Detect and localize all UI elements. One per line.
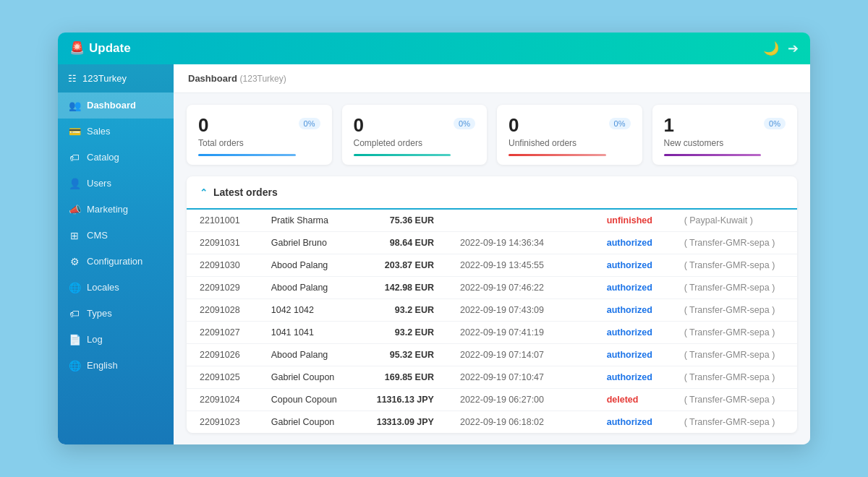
darkmode-icon[interactable]: 🌙 (763, 40, 779, 56)
sidebar-label-dashboard: Dashboard (87, 100, 136, 111)
order-amount: 203.87 EUR (357, 254, 447, 277)
sidebar: ☷ 123Turkey 👥Dashboard💳Sales🏷Catalog👤Use… (58, 64, 174, 445)
app-body: ☷ 123Turkey 👥Dashboard💳Sales🏷Catalog👤Use… (58, 64, 810, 445)
table-row[interactable]: 22091027 1041 1041 93.2 EUR 2022-09-19 0… (187, 322, 797, 344)
breadcrumb: Dashboard (123Turkey) (174, 64, 810, 93)
order-payment: ( Transfer-GMR-sepa ) (671, 366, 797, 389)
order-status: deleted (594, 389, 671, 411)
order-date: 2022-09-19 13:45:55 (447, 254, 566, 277)
sales-icon: 💳 (68, 126, 81, 137)
order-id: 22091031 (187, 232, 258, 254)
order-status: unfinished (594, 210, 671, 232)
sidebar-label-users: Users (87, 178, 111, 189)
order-payment: ( Transfer-GMR-sepa ) (671, 277, 797, 299)
order-id: 22091024 (187, 389, 258, 411)
english-icon: 🌐 (68, 360, 81, 371)
stat-value-total-orders: 0 (198, 115, 208, 136)
table-row[interactable]: 22091031 Gabriel Bruno 98.64 EUR 2022-09… (187, 232, 797, 254)
order-amount: 75.36 EUR (357, 210, 447, 232)
sidebar-label-catalog: Catalog (87, 152, 119, 163)
sidebar-item-dashboard[interactable]: 👥Dashboard (58, 93, 174, 119)
order-date: 2022-09-19 07:10:47 (447, 366, 566, 389)
orders-title: Latest orders (213, 186, 278, 198)
log-icon: 📄 (68, 334, 81, 345)
table-row[interactable]: 22091029 Abood Palang 142.98 EUR 2022-09… (187, 277, 797, 299)
stat-top: 0 0% (354, 115, 476, 136)
brand-icon: 🚨 (69, 40, 85, 56)
stat-top: 0 0% (198, 115, 320, 136)
sidebar-item-users[interactable]: 👤Users (58, 171, 174, 197)
order-date: 2022-09-19 06:18:02 (447, 411, 566, 434)
sidebar-item-english[interactable]: 🌐English (58, 353, 174, 379)
order-id: 22091029 (187, 277, 258, 299)
sidebar-nav: 👥Dashboard💳Sales🏷Catalog👤Users📣Marketing… (58, 93, 174, 379)
order-payment: ( Transfer-GMR-sepa ) (671, 254, 797, 277)
customer-name: Copoun Copoun (258, 389, 357, 411)
sidebar-label-log: Log (87, 334, 103, 345)
order-spacer (566, 299, 594, 322)
order-payment: ( Transfer-GMR-sepa ) (671, 232, 797, 254)
sidebar-label-configuration: Configuration (87, 256, 142, 267)
customer-name: 1042 1042 (258, 299, 357, 322)
order-amount: 95.32 EUR (357, 344, 447, 366)
table-row[interactable]: 22101001 Pratik Sharma 75.36 EUR unfinis… (187, 210, 797, 232)
catalog-icon: 🏷 (68, 152, 81, 163)
orders-table: 22101001 Pratik Sharma 75.36 EUR unfinis… (187, 210, 797, 433)
sidebar-item-sales[interactable]: 💳Sales (58, 119, 174, 145)
stat-top: 0 0% (509, 115, 631, 136)
order-date (447, 210, 566, 232)
sidebar-item-catalog[interactable]: 🏷Catalog (58, 145, 174, 171)
locales-icon: 🌐 (68, 282, 81, 293)
order-status: authorized (594, 366, 671, 389)
main-content: Dashboard (123Turkey) 0 0% Total orders … (174, 64, 810, 445)
sidebar-item-log[interactable]: 📄Log (58, 327, 174, 353)
order-status: authorized (594, 232, 671, 254)
store-icon: ☷ (68, 73, 77, 84)
order-payment: ( Transfer-GMR-sepa ) (671, 299, 797, 322)
order-amount: 11316.13 JPY (357, 389, 447, 411)
order-amount: 93.2 EUR (357, 299, 447, 322)
order-spacer (566, 322, 594, 344)
table-row[interactable]: 22091030 Abood Palang 203.87 EUR 2022-09… (187, 254, 797, 277)
order-date: 2022-09-19 07:14:07 (447, 344, 566, 366)
stat-cards: 0 0% Total orders 0 0% Completed orders … (187, 105, 797, 166)
stat-badge-new-customers: 0% (764, 118, 786, 129)
order-payment: ( Transfer-GMR-sepa ) (671, 411, 797, 434)
stat-top: 1 0% (664, 115, 786, 136)
order-date: 2022-09-19 06:27:00 (447, 389, 566, 411)
table-row[interactable]: 22091023 Gabriel Coupon 13313.09 JPY 202… (187, 411, 797, 434)
stat-label-unfinished-orders: Unfinished orders (509, 138, 631, 148)
sidebar-label-marketing: Marketing (87, 204, 128, 215)
logout-icon[interactable]: ➔ (788, 40, 799, 56)
stat-bar-total-orders (198, 154, 296, 156)
stat-value-new-customers: 1 (664, 115, 674, 136)
order-spacer (566, 210, 594, 232)
table-row[interactable]: 22091025 Gabriel Coupon 169.85 EUR 2022-… (187, 366, 797, 389)
titlebar-actions: 🌙 ➔ (763, 40, 799, 56)
page-content: 0 0% Total orders 0 0% Completed orders … (174, 93, 810, 445)
table-row[interactable]: 22091028 1042 1042 93.2 EUR 2022-09-19 0… (187, 299, 797, 322)
order-spacer (566, 344, 594, 366)
sidebar-item-locales[interactable]: 🌐Locales (58, 275, 174, 301)
sidebar-item-types[interactable]: 🏷Types (58, 301, 174, 327)
stat-bar-unfinished-orders (509, 154, 606, 156)
order-spacer (566, 389, 594, 411)
orders-section: ⌃ Latest orders 22101001 Pratik Sharma 7… (187, 176, 797, 433)
stat-badge-unfinished-orders: 0% (609, 118, 631, 129)
stat-badge-total-orders: 0% (299, 118, 320, 129)
orders-header: ⌃ Latest orders (187, 176, 797, 210)
app-window: 🚨 Update 🌙 ➔ ☷ 123Turkey 👥Dashboard💳Sale… (58, 33, 810, 445)
customer-name: Pratik Sharma (258, 210, 357, 232)
sidebar-label-cms: CMS (87, 230, 108, 241)
order-payment: ( Transfer-GMR-sepa ) (671, 389, 797, 411)
order-status: authorized (594, 344, 671, 366)
sidebar-item-marketing[interactable]: 📣Marketing (58, 197, 174, 223)
customer-name: Abood Palang (258, 277, 357, 299)
order-spacer (566, 254, 594, 277)
breadcrumb-store: (123Turkey) (240, 74, 286, 84)
sidebar-item-cms[interactable]: ⊞CMS (58, 223, 174, 249)
sidebar-item-configuration[interactable]: ⚙Configuration (58, 249, 174, 275)
table-row[interactable]: 22091024 Copoun Copoun 11316.13 JPY 2022… (187, 389, 797, 411)
table-row[interactable]: 22091026 Abood Palang 95.32 EUR 2022-09-… (187, 344, 797, 366)
cms-icon: ⊞ (68, 230, 81, 241)
